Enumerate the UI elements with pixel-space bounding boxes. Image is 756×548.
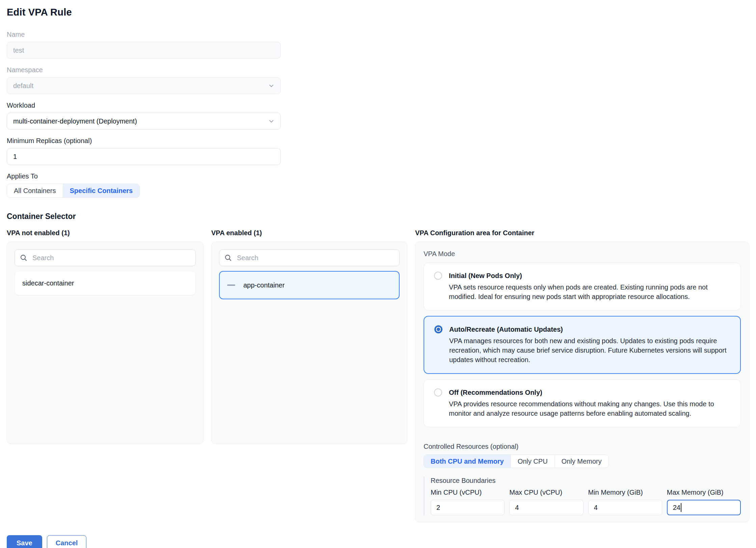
mode-title: Initial (New Pods Only) — [449, 272, 522, 280]
container-item-label: app-container — [243, 281, 285, 289]
container-item-sidecar-container[interactable]: sidecar-container — [15, 271, 196, 295]
vpa-not-enabled-heading: VPA not enabled (1) — [7, 229, 204, 237]
controlled-resources-label: Controlled Resources (optional) — [424, 443, 741, 450]
vpa-not-enabled-column: VPA not enabled (1) sidecar-container — [7, 229, 204, 444]
name-input[interactable] — [7, 42, 281, 59]
mode-head: Off (Recommendations Only) — [434, 388, 730, 396]
applies-to-segmented-control: All Containers Specific Containers — [7, 184, 140, 198]
save-button[interactable]: Save — [7, 535, 42, 548]
vpa-not-enabled-panel: sidecar-container — [7, 242, 204, 444]
radio-initial[interactable] — [434, 272, 442, 280]
vpa-enabled-search — [219, 249, 400, 266]
radio-off[interactable] — [434, 388, 442, 396]
controlled-resources-only-cpu-button[interactable]: Only CPU — [511, 455, 555, 468]
min-cpu-field: Min CPU (vCPU) — [431, 489, 505, 515]
search-icon — [20, 254, 27, 262]
min-memory-label: Min Memory (GiB) — [588, 489, 662, 496]
workload-selected-value: multi-container-deployment (Deployment) — [13, 117, 137, 125]
vpa-enabled-heading: VPA enabled (1) — [211, 229, 407, 237]
search-icon — [224, 254, 232, 262]
mode-head: Initial (New Pods Only) — [434, 272, 730, 280]
max-memory-value: 24 — [673, 504, 680, 512]
mode-description: VPA provides resource recommendations wi… — [449, 399, 730, 418]
mode-title: Off (Recommendations Only) — [449, 389, 542, 396]
mode-description: VPA manages resources for both new and e… — [449, 336, 730, 364]
min-replicas-input[interactable] — [7, 148, 281, 165]
container-selector-heading: Container Selector — [7, 212, 749, 221]
min-cpu-input[interactable] — [431, 500, 505, 515]
minus-icon — [227, 284, 235, 286]
max-memory-field: Max Memory (GiB) 24 — [667, 489, 741, 515]
page-title: Edit VPA Rule — [7, 7, 749, 18]
container-item-label: sidecar-container — [22, 279, 74, 287]
text-cursor — [681, 503, 681, 512]
min-replicas-field-group: Minimum Replicas (optional) — [7, 137, 281, 165]
max-cpu-input[interactable] — [509, 500, 583, 515]
form-actions: Save Cancel — [7, 535, 749, 548]
search-input[interactable] — [15, 249, 196, 266]
resource-boundaries-grid: Min CPU (vCPU) Max CPU (vCPU) Min Memory… — [431, 489, 741, 515]
controlled-resources-both-button[interactable]: Both CPU and Memory — [424, 455, 511, 468]
vpa-mode-option-off[interactable]: Off (Recommendations Only) VPA provides … — [424, 379, 741, 427]
vpa-mode-option-auto-recreate[interactable]: Auto/Recreate (Automatic Updates) VPA ma… — [424, 316, 741, 374]
mode-head: Auto/Recreate (Automatic Updates) — [434, 325, 730, 333]
min-cpu-label: Min CPU (vCPU) — [431, 489, 505, 496]
vpa-enabled-panel: app-container — [211, 242, 407, 444]
max-memory-input[interactable]: 24 — [667, 500, 741, 515]
resource-boundaries-section: Resource Boundaries Min CPU (vCPU) Max C… — [424, 477, 741, 515]
container-selector-row: VPA not enabled (1) sidecar-container VP… — [7, 229, 749, 522]
controlled-resources-only-memory-button[interactable]: Only Memory — [555, 455, 609, 468]
controlled-resources-segmented-control: Both CPU and Memory Only CPU Only Memory — [424, 455, 609, 468]
namespace-selected-value: default — [13, 82, 33, 90]
mode-title: Auto/Recreate (Automatic Updates) — [449, 326, 563, 333]
vpa-enabled-column: VPA enabled (1) app-container — [211, 229, 407, 444]
namespace-field-group: Namespace default — [7, 66, 281, 94]
applies-to-label: Applies To — [7, 172, 281, 180]
vpa-mode-label: VPA Mode — [424, 250, 741, 258]
name-field-group: Name — [7, 31, 281, 59]
vpa-not-enabled-search — [15, 249, 196, 266]
vpa-configuration-heading: VPA Configuration area for Container — [415, 229, 749, 237]
vpa-mode-option-initial[interactable]: Initial (New Pods Only) VPA sets resourc… — [424, 263, 741, 310]
radio-auto-recreate[interactable] — [434, 325, 442, 333]
max-cpu-label: Max CPU (vCPU) — [509, 489, 583, 496]
vpa-configuration-panel: VPA Mode Initial (New Pods Only) VPA set… — [415, 242, 749, 522]
container-item-app-container[interactable]: app-container — [219, 271, 400, 299]
mode-description: VPA sets resource requests only when pod… — [449, 282, 730, 301]
applies-to-specific-containers-button[interactable]: Specific Containers — [63, 184, 140, 197]
vpa-configuration-column: VPA Configuration area for Container VPA… — [415, 229, 749, 522]
min-memory-field: Min Memory (GiB) — [588, 489, 662, 515]
vpa-rule-form: Name Namespace default Workload multi-co… — [7, 31, 281, 198]
max-memory-label: Max Memory (GiB) — [667, 489, 741, 496]
resource-boundaries-heading: Resource Boundaries — [431, 477, 741, 485]
applies-to-group: Applies To All Containers Specific Conta… — [7, 172, 281, 198]
applies-to-all-containers-button[interactable]: All Containers — [7, 184, 63, 197]
namespace-select[interactable]: default — [7, 77, 281, 94]
max-cpu-field: Max CPU (vCPU) — [509, 489, 583, 515]
min-memory-input[interactable] — [588, 500, 662, 515]
chevron-down-icon — [268, 82, 275, 89]
cancel-button[interactable]: Cancel — [47, 535, 87, 548]
search-input[interactable] — [219, 249, 400, 266]
workload-select[interactable]: multi-container-deployment (Deployment) — [7, 113, 281, 130]
name-label: Name — [7, 31, 281, 38]
min-replicas-label: Minimum Replicas (optional) — [7, 137, 281, 145]
workload-label: Workload — [7, 102, 281, 109]
namespace-label: Namespace — [7, 66, 281, 74]
chevron-down-icon — [268, 117, 275, 125]
workload-field-group: Workload multi-container-deployment (Dep… — [7, 102, 281, 130]
